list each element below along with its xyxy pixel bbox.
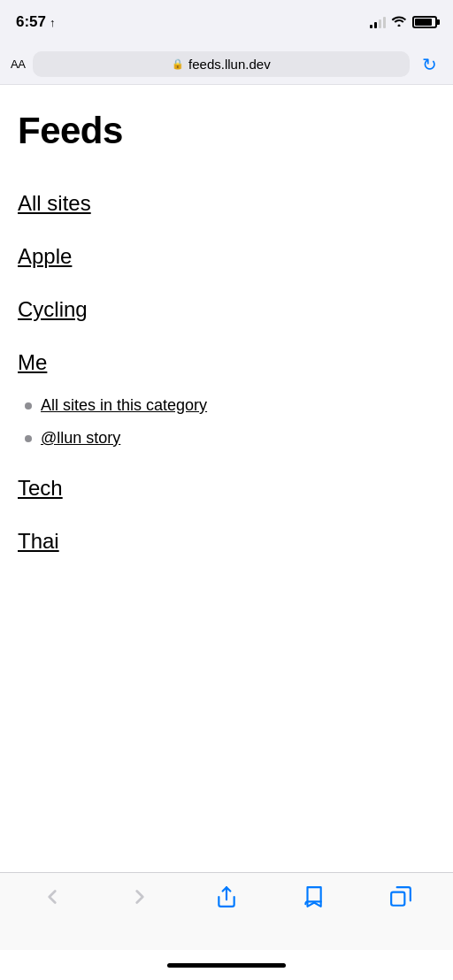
share-button[interactable] — [206, 884, 247, 910]
location-icon: ↑ — [50, 16, 56, 29]
list-item: Apple — [18, 230, 435, 283]
status-icons — [370, 14, 437, 30]
list-item: Cycling — [18, 283, 435, 336]
refresh-button[interactable]: ↻ — [417, 52, 442, 77]
bookmarks-button[interactable] — [293, 884, 334, 910]
nav-link-apple[interactable]: Apple — [18, 230, 435, 283]
list-item: All sites — [18, 177, 435, 230]
nav-link-tech[interactable]: Tech — [18, 462, 435, 515]
browser-bar: AA 🔒 feeds.llun.dev ↻ — [0, 44, 453, 85]
lock-icon: 🔒 — [172, 58, 184, 70]
home-indicator — [0, 950, 453, 980]
bullet-icon — [25, 435, 32, 442]
sub-list-item: All sites in this category — [25, 389, 435, 422]
nav-link-me[interactable]: Me — [18, 336, 435, 389]
sub-list-item: @llun story — [25, 422, 435, 455]
status-bar: 6:57 ↑ — [0, 0, 453, 44]
wifi-icon — [391, 14, 407, 30]
bottom-toolbar — [0, 872, 453, 950]
nav-link-all-sites[interactable]: All sites — [18, 177, 435, 230]
sub-link-all-sites-category[interactable]: All sites in this category — [41, 396, 207, 415]
forward-button[interactable] — [119, 884, 160, 910]
url-bar[interactable]: 🔒 feeds.llun.dev — [33, 51, 410, 77]
page-title: Feeds — [18, 110, 435, 152]
list-item: Thai — [18, 515, 435, 568]
main-content: Feeds All sites Apple Cycling Me All sit… — [0, 85, 453, 872]
nav-link-thai[interactable]: Thai — [18, 515, 435, 568]
list-item: Me All sites in this category @llun stor… — [18, 336, 435, 455]
signal-bars-icon — [370, 16, 386, 28]
url-text: feeds.llun.dev — [188, 57, 271, 72]
bullet-icon — [25, 402, 32, 410]
sub-list-me: All sites in this category @llun story — [18, 389, 435, 455]
aa-button[interactable]: AA — [11, 57, 26, 71]
nav-link-cycling[interactable]: Cycling — [18, 283, 435, 336]
status-time: 6:57 ↑ — [16, 13, 56, 31]
list-item: Tech — [18, 462, 435, 515]
home-bar — [167, 963, 286, 968]
tabs-button[interactable] — [380, 884, 421, 910]
svg-rect-1 — [391, 892, 404, 906]
sub-link-llun-story[interactable]: @llun story — [41, 429, 120, 448]
nav-list: All sites Apple Cycling Me All sites in … — [18, 177, 435, 568]
back-button[interactable] — [32, 884, 73, 910]
battery-icon — [412, 16, 437, 28]
